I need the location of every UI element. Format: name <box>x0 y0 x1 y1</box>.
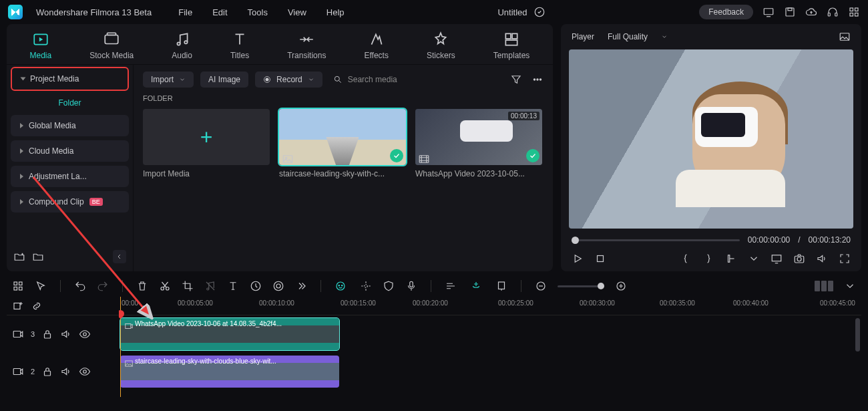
brace-open-icon[interactable] <box>680 253 692 265</box>
headphones-icon[interactable] <box>827 6 839 18</box>
lock-icon[interactable] <box>41 366 53 378</box>
svg-point-22 <box>537 79 538 80</box>
lock-icon[interactable] <box>41 328 53 340</box>
tracks-icon[interactable] <box>445 280 457 292</box>
save-icon[interactable] <box>784 6 796 18</box>
filter-icon[interactable] <box>510 74 522 86</box>
redo-icon[interactable] <box>97 280 109 292</box>
sidebar-adjustment-layer[interactable]: Adjustment La... <box>11 166 129 187</box>
tab-audio[interactable]: Audio <box>168 29 196 61</box>
track-lane-2[interactable]: staircase-leading-sky-with-clouds-blue-s… <box>119 353 861 390</box>
cloud-sync-icon[interactable] <box>533 6 546 18</box>
sidebar-global-media[interactable]: Global Media <box>11 115 129 136</box>
fullscreen-icon[interactable] <box>839 253 851 265</box>
tab-transitions[interactable]: Transitions <box>283 29 330 61</box>
tab-stickers[interactable]: Stickers <box>423 29 459 61</box>
tab-effects[interactable]: Effects <box>360 29 392 61</box>
search-input[interactable]: Search media <box>333 75 397 84</box>
sidebar-project-media[interactable]: Project Media <box>11 67 129 91</box>
menu-view[interactable]: View <box>288 7 306 17</box>
magnet-icon[interactable] <box>470 280 482 292</box>
shield-icon[interactable] <box>383 280 395 292</box>
track-head-2[interactable]: 2 <box>7 353 119 390</box>
add-track-icon[interactable] <box>12 300 24 312</box>
text-icon[interactable] <box>227 280 239 292</box>
undo-icon[interactable] <box>74 280 86 292</box>
timeline-scrollbar[interactable] <box>855 318 860 352</box>
mute-icon[interactable] <box>60 328 72 340</box>
playhead[interactable] <box>120 297 121 397</box>
clip-whatsapp[interactable]: WhatsApp Video 2023-10-06 at 14.08.35_4b… <box>120 318 339 350</box>
tab-templates[interactable]: Templates <box>489 29 534 61</box>
collapse-sidebar-button[interactable] <box>113 250 126 263</box>
timeline-ruler[interactable]: 00:00 00:00:05:00 00:00:10:00 00:00:15:0… <box>119 297 861 315</box>
apps-icon[interactable] <box>848 6 860 18</box>
more-icon[interactable] <box>531 74 544 86</box>
mute-icon[interactable] <box>60 366 72 378</box>
tab-titles[interactable]: Titles <box>226 29 253 61</box>
svg-rect-34 <box>19 282 23 285</box>
speed-icon[interactable] <box>250 280 262 292</box>
eye-icon[interactable] <box>79 366 91 378</box>
image-clip-icon <box>123 358 135 370</box>
color-icon[interactable] <box>272 280 284 292</box>
mark-in-icon[interactable] <box>725 253 737 265</box>
sidebar-folder-label[interactable]: Folder <box>7 93 133 113</box>
media-panel: Media Stock Media Audio Titles Transitio… <box>7 24 553 271</box>
quality-dropdown[interactable]: Full Quality <box>608 32 668 41</box>
import-media-tile[interactable]: + Import Media <box>143 109 270 178</box>
timeline-tracks[interactable]: 00:00 00:00:05:00 00:00:10:00 00:00:15:0… <box>119 297 861 397</box>
record-button[interactable]: Record <box>255 72 322 88</box>
tab-media[interactable]: Media <box>26 29 56 61</box>
layout-icon[interactable] <box>12 280 24 292</box>
new-folder-icon[interactable] <box>13 251 25 263</box>
track-lane-3[interactable]: WhatsApp Video 2023-10-06 at 14.08.35_4b… <box>119 315 861 353</box>
feedback-button[interactable]: Feedback <box>699 5 753 19</box>
stop-icon[interactable] <box>594 253 606 265</box>
monitor-icon[interactable] <box>763 6 775 18</box>
menu-edit[interactable]: Edit <box>212 7 227 17</box>
view-toggle[interactable] <box>815 281 833 291</box>
brace-close-icon[interactable] <box>702 253 714 265</box>
timeline-main: 3 2 00:00 00:00:05:00 00:00:10:00 00:00:… <box>7 297 861 397</box>
clip-staircase[interactable]: staircase-leading-sky-with-clouds-blue-s… <box>120 356 339 388</box>
crop-icon[interactable] <box>182 280 194 292</box>
zoom-out-icon[interactable] <box>535 280 547 292</box>
folder-icon[interactable] <box>32 251 44 263</box>
zoom-slider[interactable] <box>558 285 604 287</box>
zoom-in-icon[interactable] <box>615 280 627 292</box>
display-icon[interactable] <box>771 253 783 265</box>
media-thumb-staircase[interactable]: staircase-leading-sky-with-c... <box>279 109 406 178</box>
ai-icon[interactable] <box>335 280 347 292</box>
svg-rect-3 <box>788 8 792 11</box>
player-viewport[interactable] <box>569 49 853 229</box>
play-icon[interactable] <box>572 253 584 265</box>
more-tools-icon[interactable] <box>295 280 307 292</box>
ai-image-button[interactable]: AI Image <box>200 72 248 88</box>
menu-tools[interactable]: Tools <box>248 7 268 17</box>
menu-file[interactable]: File <box>178 7 192 17</box>
volume-icon[interactable] <box>816 253 828 265</box>
import-button[interactable]: Import <box>143 72 194 88</box>
chevron-down-icon[interactable] <box>748 253 760 265</box>
link-icon[interactable] <box>31 300 43 312</box>
cloud-upload-icon[interactable] <box>805 6 817 18</box>
progress-bar[interactable] <box>572 239 740 241</box>
camera-icon[interactable] <box>793 253 805 265</box>
media-thumb-whatsapp[interactable]: 00:00:13 WhatsApp Video 2023-10-05... <box>415 109 542 178</box>
snapshot-icon[interactable] <box>839 31 851 43</box>
chevron-down-icon[interactable] <box>844 280 856 292</box>
menu-help[interactable]: Help <box>327 7 345 17</box>
music-off-icon[interactable] <box>204 280 216 292</box>
marker-icon[interactable] <box>495 280 507 292</box>
sidebar-compound-clip[interactable]: Compound ClipBE <box>11 191 129 213</box>
eye-icon[interactable] <box>79 328 91 340</box>
cursor-icon[interactable] <box>35 280 47 292</box>
mic-icon[interactable] <box>405 280 417 292</box>
sparkle-icon[interactable] <box>360 280 372 292</box>
sidebar-cloud-media[interactable]: Cloud Media <box>11 140 129 162</box>
track-head-3[interactable]: 3 <box>7 315 119 353</box>
cut-icon[interactable] <box>159 280 171 292</box>
tab-stock-media[interactable]: Stock Media <box>85 29 138 61</box>
delete-icon[interactable] <box>136 280 148 292</box>
